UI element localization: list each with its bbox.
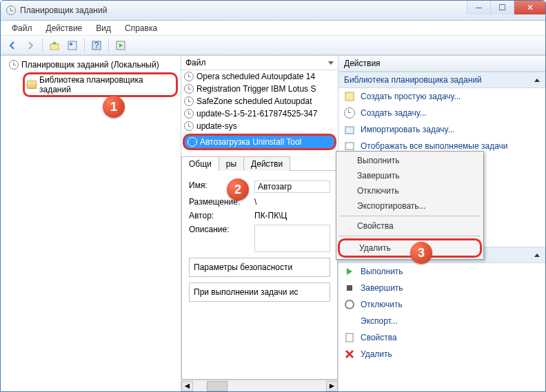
task-icon (184, 109, 194, 118)
action-import[interactable]: Импортировать задачу... (338, 121, 545, 138)
horizontal-scrollbar[interactable]: ◄ ► (181, 380, 338, 391)
ctx-run[interactable]: Выполнить (338, 153, 482, 168)
task-row[interactable]: update-sys (181, 120, 338, 132)
properties-button[interactable] (65, 38, 80, 53)
author-value: ПК-ПК\Ц (254, 211, 287, 220)
scroll-left-icon[interactable]: ◄ (181, 381, 193, 391)
delete-icon (344, 349, 355, 360)
action-delete[interactable]: Удалить (338, 346, 545, 362)
menu-view[interactable]: Вид (90, 22, 117, 34)
toolbar: ? (1, 36, 545, 55)
task-label: update-sys (196, 121, 237, 131)
annotation-badge-3: 3 (410, 242, 432, 264)
import-icon (344, 124, 355, 135)
forward-button[interactable] (23, 38, 38, 53)
minimize-button[interactable]: ─ (467, 1, 490, 14)
task-label: SafeZone scheduled Autoupdat (196, 96, 312, 106)
action-properties[interactable]: Свойства (338, 329, 545, 346)
action-disable[interactable]: Отключить (338, 296, 545, 313)
disable-icon (344, 299, 355, 310)
action-label: Выполнить (361, 267, 403, 276)
action-label: Создать задачу... (361, 108, 427, 118)
action-export[interactable]: Экспорт... (338, 313, 545, 329)
tab-general[interactable]: Общи (181, 156, 219, 171)
annotation-badge-2: 2 (227, 178, 249, 200)
task-row[interactable]: Registration Trigger IBM Lotus S (181, 83, 338, 95)
action-label: Свойства (361, 333, 397, 342)
task-row[interactable]: update-S-1-5-21-617874525-347 (181, 107, 338, 120)
action-end[interactable]: Завершить (338, 280, 545, 296)
detail-tabs: Общи ры Действи (181, 156, 338, 171)
menu-help[interactable]: Справка (119, 22, 163, 34)
close-button[interactable]: ✕ (514, 1, 545, 14)
collapse-icon (534, 79, 540, 82)
task-row-selected[interactable]: Автозагрузка Uninstall Tool (183, 134, 336, 150)
task-row[interactable]: SafeZone scheduled Autoupdat (181, 95, 338, 107)
svg-rect-8 (345, 143, 354, 149)
tree-child-label: Библиотека планировщика заданий (39, 75, 174, 94)
action-create-basic[interactable]: Создать простую задачу... (338, 88, 545, 105)
scroll-thumb[interactable] (207, 381, 228, 391)
task-icon (184, 121, 194, 131)
wizard-icon (344, 91, 355, 102)
svg-rect-11 (346, 333, 353, 342)
up-button[interactable] (47, 38, 62, 53)
properties-icon (344, 332, 355, 343)
task-row[interactable]: Opera scheduled Autoupdate 14 (181, 70, 338, 83)
window-title: Планировщик заданий (20, 6, 463, 15)
ctx-sep (339, 216, 481, 216)
task-label: Opera scheduled Autoupdate 14 (196, 72, 315, 81)
action-create-task[interactable]: Создать задачу... (338, 105, 545, 121)
menu-file[interactable]: Файл (6, 22, 38, 34)
tree-root[interactable]: Планировщик заданий (Локальный) (1, 59, 181, 71)
task-label-selected: Автозагрузка Uninstall Tool (200, 137, 301, 147)
tab-actions[interactable]: Действи (243, 156, 290, 171)
tree-child[interactable]: Библиотека планировщика заданий (1, 71, 181, 99)
task-icon (188, 137, 197, 147)
help-button[interactable]: ? (89, 38, 104, 53)
task-icon (184, 84, 194, 94)
details-panel: Имя:Автозагр Размещение:\ Автор:ПК-ПК\Ц … (181, 171, 338, 380)
list-icon (344, 141, 355, 152)
action-run[interactable]: Выполнить (338, 263, 545, 280)
ctx-disable[interactable]: Отключить (338, 183, 482, 198)
section-library-label: Библиотека планировщика заданий (344, 75, 482, 85)
play-icon (344, 266, 355, 277)
security-label: Параметры безопасности (194, 262, 292, 272)
action-label: Удалить (361, 349, 392, 359)
tab-triggers[interactable]: ры (219, 156, 244, 171)
run-group: При выполнении задачи ис (189, 282, 330, 302)
tree-pane: Планировщик заданий (Локальный) Библиоте… (1, 56, 181, 391)
maximize-button[interactable]: ☐ (490, 1, 514, 14)
menu-action[interactable]: Действие (41, 22, 88, 34)
run-button[interactable] (113, 38, 128, 53)
task-list: Opera scheduled Autoupdate 14 Registrati… (181, 70, 338, 152)
folder-icon (27, 81, 37, 89)
collapse-icon (534, 254, 540, 257)
tree-root-label: Планировщик заданий (Локальный) (21, 60, 159, 70)
actions-header: Действия (338, 56, 545, 72)
back-button[interactable] (5, 38, 20, 53)
svg-rect-6 (345, 92, 354, 101)
action-label: Отображать все выполняемые задачи (361, 141, 508, 151)
column-header[interactable]: Файл (181, 56, 338, 70)
section-library[interactable]: Библиотека планировщика заданий (338, 72, 545, 88)
svg-point-10 (345, 300, 354, 309)
action-label: Создать простую задачу... (361, 92, 461, 101)
location-value: \ (254, 197, 256, 207)
action-label: Экспорт... (361, 316, 398, 326)
ctx-sep (339, 236, 481, 236)
location-label: Размещение: (189, 197, 254, 207)
desc-field[interactable] (254, 225, 330, 252)
svg-text:?: ? (94, 41, 99, 50)
name-field[interactable]: Автозагр (254, 180, 330, 193)
ctx-properties[interactable]: Свойства (338, 218, 482, 234)
ctx-export[interactable]: Экспортировать... (338, 198, 482, 214)
ctx-end[interactable]: Завершить (338, 168, 482, 183)
scroll-right-icon[interactable]: ► (326, 381, 338, 391)
scheduler-icon (9, 60, 19, 70)
context-menu: Выполнить Завершить Отключить Экспортиро… (336, 151, 484, 260)
blank-icon (344, 316, 355, 327)
annotation-badge-1: 1 (103, 96, 125, 118)
sort-icon (328, 61, 334, 65)
